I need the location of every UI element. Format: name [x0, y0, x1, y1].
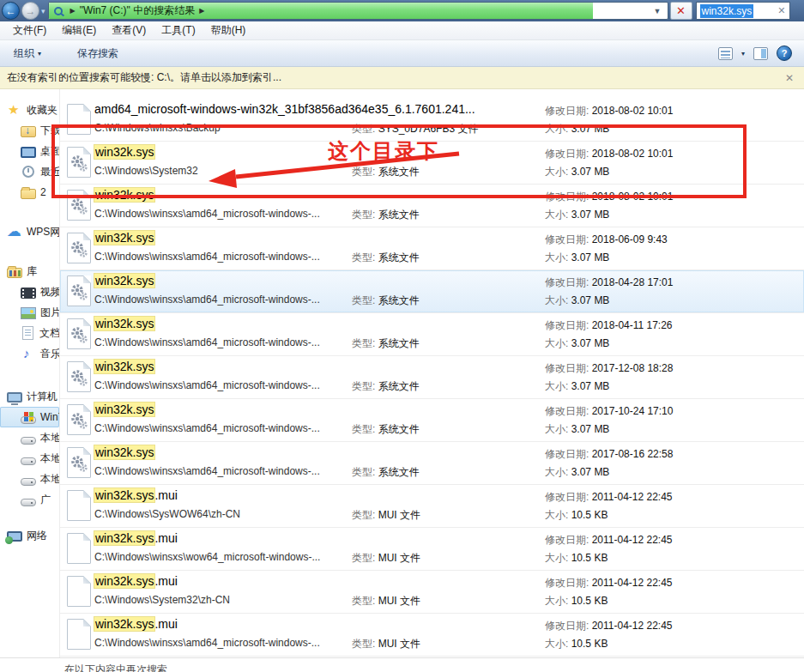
sidebar-item-download[interactable]: 下载: [0, 120, 59, 141]
file-name: win32k.sys: [94, 403, 154, 416]
file-row[interactable]: amd64_microsoft-windows-win32k_31bf3856a…: [60, 99, 804, 142]
file-type: 类型: 系统文件: [352, 251, 420, 265]
system-file-icon: [67, 275, 91, 306]
file-size: 大小: 3.07 MB: [545, 251, 609, 265]
menu-bar: 文件(F)编辑(E)查看(V)工具(T)帮助(H): [0, 21, 804, 40]
file-type-value: 系统文件: [378, 209, 420, 221]
file-row[interactable]: win32k.sys.muiC:\Windows\System32\zh-CN类…: [60, 571, 804, 614]
file-date: 修改日期: 2011-04-12 22:45: [545, 619, 673, 633]
file-type-label: 类型:: [352, 251, 375, 263]
file-row[interactable]: win32k.sysC:\Windows\winsxs\amd64_micros…: [60, 356, 804, 399]
index-info-message[interactable]: 在没有索引的位置搜索可能较慢: C:\。请单击以添加到索引...: [0, 70, 281, 85]
sidebar-item-windows-drive[interactable]: Win7 (C:): [0, 407, 59, 427]
file-row[interactable]: win32k.sys.muiC:\Windows\winsxs\amd64_mi…: [60, 614, 804, 657]
sidebar-item-label: 图片: [40, 306, 60, 320]
search-input[interactable]: win32k.sys ✕: [696, 2, 790, 20]
file-date: 修改日期: 2018-08-02 10:01: [545, 104, 673, 118]
sidebar-item-drive[interactable]: 本地磁盘: [0, 448, 59, 469]
views-dropdown-icon[interactable]: ▾: [741, 50, 745, 58]
file-type-value: 系统文件: [378, 166, 420, 178]
menu-item-3[interactable]: 工具(T): [154, 23, 203, 38]
file-size: 大小: 3.07 MB: [545, 379, 609, 394]
preview-pane-icon[interactable]: [753, 47, 768, 60]
file-date: 修改日期: 2011-04-12 22:45: [545, 576, 673, 590]
file-date: 修改日期: 2017-10-24 17:10: [545, 404, 673, 419]
file-date-label: 修改日期:: [545, 405, 589, 417]
file-size-value: 10.5 KB: [571, 638, 608, 650]
menu-item-2[interactable]: 查看(V): [104, 23, 154, 38]
file-size: 大小: 3.07 MB: [545, 422, 609, 437]
change-view-icon[interactable]: [718, 47, 733, 60]
sidebar-item-library[interactable]: 库: [0, 261, 59, 282]
sidebar-item-music[interactable]: 音乐: [0, 343, 59, 364]
match-highlight: win32k.sys: [94, 145, 154, 159]
file-date-value: 2011-04-12 22:45: [592, 620, 673, 632]
file-date: 修改日期: 2018-04-11 17:26: [545, 318, 673, 333]
file-type: 类型: 系统文件: [352, 465, 420, 480]
file-size-label: 大小:: [545, 380, 568, 392]
back-button[interactable]: ←: [2, 2, 20, 20]
breadcrumb[interactable]: "Win7 (C:)" 中的搜索结果: [80, 3, 196, 18]
sidebar-item-drive[interactable]: 本地磁盘: [0, 427, 59, 448]
sidebar-item-network[interactable]: 网络: [0, 525, 59, 546]
chevron-down-icon: ▾: [38, 50, 41, 58]
breadcrumb-arrow-icon[interactable]: ▶: [199, 7, 204, 15]
help-icon[interactable]: ?: [777, 45, 792, 61]
match-highlight: win32k.sys: [94, 274, 154, 288]
sidebar-item-folder[interactable]: 2: [0, 182, 59, 203]
save-search-button[interactable]: 保存搜索: [70, 43, 125, 64]
file-row[interactable]: win32k.sysC:\Windows\winsxs\amd64_micros…: [60, 270, 804, 313]
file-row[interactable]: win32k.sysC:\Windows\winsxs\amd64_micros…: [60, 227, 804, 270]
file-row[interactable]: win32k.sys.muiC:\Windows\winsxs\wow64_mi…: [60, 528, 804, 571]
file-size: 大小: 3.07 MB: [545, 336, 609, 351]
file-date-value: 2018-06-09 9:43: [592, 233, 668, 245]
sidebar-item-label: 计算机: [27, 390, 57, 404]
address-bar[interactable]: ▶ "Win7 (C:)" 中的搜索结果 ▶ ▼: [48, 2, 668, 20]
sidebar-item-star[interactable]: 收藏夹: [0, 100, 59, 120]
file-row[interactable]: win32k.sysC:\Windows\winsxs\amd64_micros…: [60, 442, 804, 485]
stop-search-button[interactable]: ✕: [670, 2, 692, 20]
match-highlight: win32k.sys: [94, 617, 154, 631]
download-icon: [21, 126, 36, 137]
sidebar-item-picture[interactable]: 图片: [0, 302, 59, 323]
save-search-label: 保存搜索: [77, 46, 118, 61]
index-info-bar[interactable]: 在没有索引的位置搜索可能较慢: C:\。请单击以添加到索引... ✕: [0, 67, 804, 89]
file-row[interactable]: win32k.sysC:\Windows\System32类型: 系统文件修改日…: [60, 142, 804, 185]
folder-icon: [21, 189, 36, 199]
file-path: C:\Windows\winsxs\Backup: [94, 122, 221, 134]
sidebar-item-drive[interactable]: 本地磁盘: [0, 469, 59, 489]
recent-pages-dropdown-icon[interactable]: ▾: [41, 7, 45, 15]
file-path: C:\Windows\winsxs\amd64_microsoft-window…: [94, 379, 320, 391]
sidebar-item-drive[interactable]: 广: [0, 489, 59, 510]
sidebar-item-label: 最近访问的位置: [40, 165, 60, 179]
breadcrumb-arrow-icon[interactable]: ▶: [70, 7, 76, 15]
file-type-value: 系统文件: [378, 294, 420, 306]
match-highlight: win32k.sys: [94, 231, 154, 245]
file-row[interactable]: win32k.sysC:\Windows\winsxs\amd64_micros…: [60, 185, 804, 227]
sidebar-item-document[interactable]: 文档: [0, 323, 59, 343]
sidebar-item-label: 桌面: [40, 144, 60, 159]
file-type: 类型: MUI 文件: [352, 637, 420, 651]
menu-item-4[interactable]: 帮助(H): [203, 23, 254, 38]
sidebar-item-recent[interactable]: 最近访问的位置: [0, 161, 59, 182]
recent-icon: [22, 166, 34, 178]
clear-search-icon[interactable]: ✕: [777, 5, 785, 16]
file-row[interactable]: win32k.sysC:\Windows\winsxs\amd64_micros…: [60, 313, 804, 356]
file-row[interactable]: win32k.sysC:\Windows\winsxs\amd64_micros…: [60, 399, 804, 442]
organize-button[interactable]: 组织 ▾: [7, 43, 48, 64]
file-row[interactable]: win32k.sys.muiC:\Windows\SysWOW64\zh-CN类…: [60, 485, 804, 528]
library-icon: [7, 268, 22, 278]
menu-item-0[interactable]: 文件(F): [5, 23, 54, 38]
file-type-label: 类型:: [352, 380, 375, 392]
sidebar-item-cloud[interactable]: WPS网盘: [0, 221, 59, 242]
address-dropdown-icon[interactable]: ▼: [648, 7, 668, 15]
menu-item-1[interactable]: 编辑(E): [54, 23, 104, 38]
sidebar-item-computer[interactable]: 计算机: [0, 386, 59, 407]
sidebar-item-label: 下载: [40, 124, 60, 138]
close-icon[interactable]: ✕: [785, 72, 804, 84]
file-date-label: 修改日期:: [545, 319, 589, 331]
sidebar-item-desktop[interactable]: 桌面: [0, 141, 59, 161]
forward-button[interactable]: →: [21, 2, 39, 20]
sidebar-item-video[interactable]: 视频: [0, 282, 59, 302]
file-size: 大小: 3.07 MB: [545, 208, 609, 222]
